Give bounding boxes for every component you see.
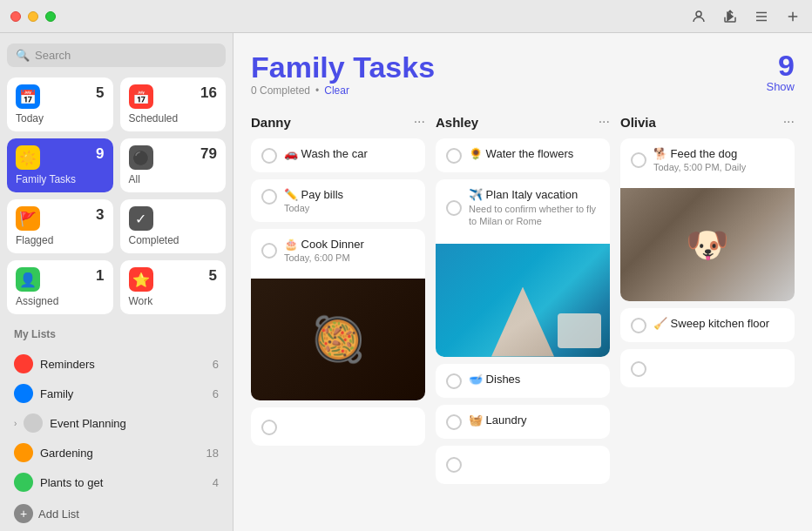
reminders-list-count: 6 [213, 358, 219, 371]
task-radio [261, 243, 277, 259]
task-card-1[interactable]: 🚗 Wash the car [251, 138, 425, 172]
clear-button[interactable]: Clear [324, 84, 349, 97]
smart-list-work[interactable]: ⭐ 5 Work [120, 260, 227, 314]
today-label: Today [16, 112, 105, 124]
task-radio-empty [631, 361, 646, 377]
chevron-icon: › [14, 419, 17, 428]
list-item-gardening[interactable]: Gardening 18 [7, 438, 226, 467]
flagged-label: Flagged [16, 234, 105, 246]
reminders-list-icon [14, 354, 33, 373]
task-radio-empty [261, 420, 277, 435]
main-count: 9 [766, 50, 795, 80]
scheduled-count: 16 [200, 84, 217, 102]
smart-list-scheduled[interactable]: 📅 16 Scheduled [120, 77, 227, 131]
plants-to-get-list-count: 4 [213, 476, 219, 489]
task-text: ✈️ Plan Italy vacation [469, 188, 599, 201]
task-sub: Today [284, 203, 343, 213]
task-text: 🧺 Laundry [469, 413, 527, 427]
list-icon[interactable] [753, 8, 770, 25]
family-tasks-label: Family Tasks [16, 173, 105, 185]
task-card-1[interactable]: 🌻 Water the flowers [436, 138, 610, 172]
search-placeholder: Search [35, 49, 71, 62]
task-radio [261, 148, 277, 164]
flagged-icon: 🚩 [16, 206, 40, 231]
task-radio [261, 189, 277, 205]
work-icon: ⭐ [129, 267, 153, 292]
gardening-list-count: 18 [206, 447, 219, 460]
task-card-4[interactable]: 🧺 Laundry [436, 405, 610, 439]
close-button[interactable] [10, 11, 21, 22]
search-icon: 🔍 [16, 49, 30, 62]
add-list-icon: + [14, 504, 33, 523]
smart-list-completed[interactable]: ✓ Completed [120, 199, 227, 253]
traffic-lights [10, 11, 56, 22]
list-item-event-planning[interactable]: › Event Planning [7, 408, 226, 438]
svg-point-0 [696, 11, 701, 17]
all-icon: ⚫ [129, 145, 153, 170]
task-text: 🚗 Wash the car [284, 147, 368, 160]
main-header: Family Tasks 0 Completed • Clear 9 Show [251, 50, 795, 111]
column-more-danny[interactable]: ··· [414, 114, 425, 130]
work-label: Work [129, 295, 218, 307]
smart-list-flagged[interactable]: 🚩 3 Flagged [7, 199, 113, 253]
food-image: 🥘 [251, 279, 425, 400]
minimize-button[interactable] [28, 11, 38, 22]
column-more-ashley[interactable]: ··· [599, 114, 610, 130]
family-tasks-count: 9 [96, 145, 104, 163]
event-planning-list-icon [24, 413, 43, 433]
task-card-empty[interactable] [620, 349, 795, 387]
assigned-icon: 👤 [16, 267, 40, 292]
search-bar[interactable]: 🔍 Search [7, 44, 226, 67]
column-title-olivia: Olivia [620, 115, 656, 130]
plus-icon[interactable] [784, 8, 802, 25]
task-card-3[interactable]: 🥣 Dishes [436, 364, 610, 398]
list-item-plants-to-get[interactable]: Plants to get 4 [7, 467, 226, 497]
smart-lists: 📅 5 Today 📅 16 Scheduled ☀️ 9 Family Tas… [7, 77, 226, 314]
task-radio [446, 373, 462, 389]
gardening-list-label: Gardening [40, 447, 200, 460]
task-card-2[interactable]: ✈️ Plan Italy vacation Need to confirm w… [436, 179, 610, 357]
family-list-label: Family [40, 387, 206, 400]
family-list-icon [14, 384, 33, 403]
subtitle-dot: • [315, 84, 319, 97]
all-count: 79 [200, 145, 217, 163]
family-list-count: 6 [213, 387, 219, 400]
vacation-image [436, 244, 610, 357]
event-planning-list-label: Event Planning [50, 417, 219, 430]
task-card-2[interactable]: ✏️ Pay bills Today [251, 179, 425, 222]
my-lists-header: My Lists [7, 325, 226, 344]
gardening-list-icon [14, 443, 33, 462]
scheduled-icon: 📅 [129, 84, 153, 109]
smart-list-family-tasks[interactable]: ☀️ 9 Family Tasks [7, 138, 113, 192]
person-icon[interactable] [690, 8, 707, 25]
sidebar: 🔍 Search 📅 5 Today 📅 16 Scheduled ☀️ 9 F… [0, 33, 233, 531]
smart-list-today[interactable]: 📅 5 Today [7, 77, 113, 131]
add-list-label: Add List [38, 507, 79, 521]
share-icon[interactable] [721, 8, 739, 25]
task-card-1[interactable]: 🐕 Feed the dog Today, 5:00 PM, Daily 🐶 [620, 138, 795, 301]
smart-list-all[interactable]: ⚫ 79 All [120, 138, 227, 192]
list-item-family[interactable]: Family 6 [7, 379, 226, 408]
titlebar [0, 0, 812, 33]
column-more-olivia[interactable]: ··· [783, 114, 795, 130]
lists-container: Reminders 6 Family 6 › Event Planning Ga… [7, 349, 226, 497]
column-title-danny: Danny [251, 115, 291, 130]
task-text: 🥣 Dishes [469, 373, 520, 386]
column-header-danny: Danny ··· [251, 114, 425, 130]
assigned-count: 1 [96, 267, 104, 285]
today-count: 5 [96, 84, 104, 102]
smart-list-assigned[interactable]: 👤 1 Assigned [7, 260, 113, 314]
list-item-reminders[interactable]: Reminders 6 [7, 349, 226, 379]
task-card-3[interactable]: 🎂 Cook Dinner Today, 6:00 PM 🥘 [251, 229, 425, 400]
task-card-empty[interactable] [251, 407, 425, 446]
task-card-2[interactable]: 🧹 Sweep kitchen floor [620, 308, 795, 342]
add-list-button[interactable]: + Add List [7, 497, 226, 530]
task-text: 🧹 Sweep kitchen floor [653, 317, 769, 330]
task-card-empty[interactable] [436, 446, 610, 484]
family-tasks-icon: ☀️ [16, 145, 40, 170]
columns-container: Danny ··· 🚗 Wash the car ✏️ Pay bills To… [251, 114, 795, 522]
task-radio [446, 200, 462, 216]
show-button[interactable]: Show [766, 80, 795, 93]
task-text: 🐕 Feed the dog [653, 147, 746, 160]
fullscreen-button[interactable] [45, 11, 56, 22]
